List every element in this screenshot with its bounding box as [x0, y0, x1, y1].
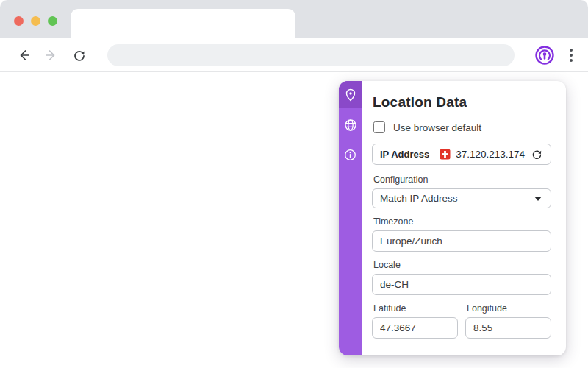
- sidebar-tab-location[interactable]: [339, 81, 362, 108]
- refresh-icon: [531, 148, 543, 160]
- location-extension-icon[interactable]: [534, 44, 556, 66]
- globe-icon: [343, 118, 358, 132]
- timezone-input[interactable]: [372, 230, 551, 252]
- reload-icon: [72, 48, 87, 63]
- browser-window: Location Data Use browser default IP Add…: [0, 0, 588, 368]
- back-button[interactable]: [13, 45, 34, 66]
- tab-strip: [0, 0, 588, 38]
- swiss-flag-icon: [440, 149, 451, 160]
- minimize-window-button[interactable]: [31, 16, 40, 26]
- chevron-down-icon: [534, 197, 542, 201]
- popup-title: Location Data: [373, 94, 551, 110]
- coordinates-row: Latitude Longitude: [372, 303, 551, 347]
- address-bar[interactable]: [107, 44, 514, 66]
- vytal-extension-icon: [534, 45, 555, 66]
- back-arrow-icon: [16, 48, 31, 63]
- kebab-dot: [570, 54, 573, 57]
- browser-tab[interactable]: [71, 9, 295, 38]
- kebab-dot: [570, 59, 573, 62]
- use-browser-default-label: Use browser default: [393, 122, 481, 133]
- use-browser-default-checkbox[interactable]: [373, 121, 385, 133]
- refresh-ip-button[interactable]: [529, 147, 544, 162]
- sidebar-tab-info[interactable]: [339, 142, 362, 167]
- kebab-dot: [570, 49, 573, 52]
- info-icon: [343, 148, 357, 162]
- popup-content: Location Data Use browser default IP Add…: [362, 81, 566, 355]
- sidebar-tab-browser[interactable]: [339, 113, 362, 138]
- configuration-label: Configuration: [373, 174, 551, 185]
- window-controls: [14, 16, 57, 26]
- browser-toolbar: [0, 38, 588, 72]
- longitude-input[interactable]: [465, 317, 551, 339]
- configuration-value: Match IP Address: [380, 193, 458, 204]
- browser-menu-button[interactable]: [564, 44, 578, 66]
- use-browser-default-row[interactable]: Use browser default: [373, 121, 551, 133]
- location-extension-popup: Location Data Use browser default IP Add…: [339, 81, 566, 355]
- ip-address-value: 37.120.213.174: [456, 149, 525, 160]
- location-pin-icon: [343, 88, 358, 102]
- popup-sidebar: [339, 81, 362, 355]
- longitude-label: Longitude: [467, 303, 551, 314]
- latitude-group: Latitude: [372, 303, 458, 347]
- latitude-label: Latitude: [373, 303, 458, 314]
- close-window-button[interactable]: [14, 16, 24, 26]
- locale-input[interactable]: [372, 274, 551, 295]
- latitude-input[interactable]: [372, 317, 458, 339]
- maximize-window-button[interactable]: [48, 16, 57, 26]
- configuration-select[interactable]: Match IP Address: [372, 188, 551, 208]
- timezone-label: Timezone: [373, 216, 551, 227]
- ip-address-field: IP Address 37.120.213.174: [372, 144, 551, 165]
- forward-button[interactable]: [41, 45, 62, 66]
- locale-label: Locale: [373, 260, 551, 270]
- longitude-group: Longitude: [465, 303, 551, 347]
- ip-address-label: IP Address: [380, 149, 429, 160]
- reload-button[interactable]: [69, 45, 90, 66]
- forward-arrow-icon: [44, 48, 59, 63]
